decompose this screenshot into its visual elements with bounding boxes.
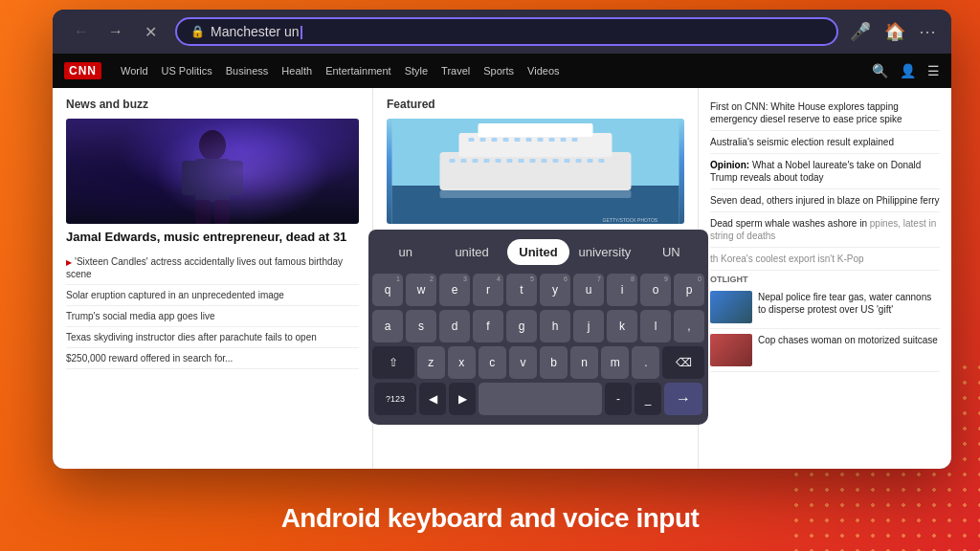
key-b[interactable]: b: [540, 346, 568, 379]
autocomplete-un[interactable]: un: [374, 239, 436, 265]
toolbar-icons: 🎤 🏠 ⋯: [850, 21, 936, 42]
nav-business[interactable]: Business: [226, 65, 269, 77]
key-comma[interactable]: ,: [674, 310, 704, 342]
sidebar-item-4[interactable]: Seven dead, others injured in blaze on P…: [710, 189, 940, 212]
key-e[interactable]: e3: [439, 274, 470, 306]
key-t[interactable]: t5: [506, 274, 537, 306]
close-button[interactable]: ✕: [137, 18, 164, 45]
nav-style[interactable]: Style: [405, 65, 428, 77]
nav-travel[interactable]: Travel: [441, 65, 470, 77]
sidebar-item-3[interactable]: Opinion: What a Nobel laureate's take on…: [710, 154, 940, 189]
news-item-1[interactable]: 'Sixteen Candles' actress accidentally l…: [66, 252, 359, 285]
autocomplete-united-lower[interactable]: united: [440, 239, 502, 265]
news-item-4[interactable]: Texas skydiving instructor dies after pa…: [66, 327, 359, 348]
key-q[interactable]: q1: [372, 274, 403, 306]
key-backspace[interactable]: ⌫: [662, 346, 704, 379]
key-k[interactable]: k: [607, 310, 637, 342]
svg-rect-14: [503, 138, 509, 142]
key-p[interactable]: p0: [674, 274, 704, 306]
sidebar-item-2[interactable]: Australia's seismic election result expl…: [710, 131, 940, 154]
nav-us-politics[interactable]: US Politics: [162, 65, 212, 77]
key-n[interactable]: n: [570, 346, 598, 379]
key-a[interactable]: a: [372, 310, 403, 342]
key-period[interactable]: .: [632, 346, 659, 379]
nav-buttons: ← → ✕: [68, 18, 164, 45]
key-c[interactable]: c: [479, 346, 506, 379]
news-item-5[interactable]: $250,000 reward offered in search for...: [66, 348, 359, 369]
svg-rect-34: [599, 159, 605, 163]
key-g[interactable]: g: [506, 310, 537, 342]
svg-rect-13: [492, 138, 498, 142]
svg-rect-30: [553, 159, 559, 163]
keyboard-row-1: q1 w2 e3 r4 t5 y6 u7 i8 o9 p0: [372, 274, 704, 306]
svg-rect-11: [469, 138, 475, 142]
address-bar[interactable]: 🔒 Manchester un: [175, 17, 838, 46]
key-x[interactable]: x: [448, 346, 476, 379]
key-o[interactable]: o9: [640, 274, 671, 306]
key-r[interactable]: r4: [473, 274, 503, 306]
key-dash[interactable]: -: [605, 383, 632, 415]
key-l[interactable]: l: [640, 310, 671, 342]
account-icon[interactable]: 👤: [900, 63, 916, 78]
key-u[interactable]: u7: [573, 274, 604, 306]
back-button[interactable]: ←: [68, 18, 95, 45]
cnn-nav-icons: 🔍 👤 ☰: [872, 63, 940, 78]
microphone-icon[interactable]: 🎤: [850, 21, 871, 42]
news-item-2[interactable]: Solar eruption captured in an unpreceden…: [66, 285, 359, 306]
key-w[interactable]: w2: [406, 274, 436, 306]
svg-rect-16: [526, 138, 532, 142]
svg-rect-29: [542, 159, 547, 163]
svg-text:GETTY/STOCK PHOTOS: GETTY/STOCK PHOTOS: [603, 217, 658, 223]
svg-rect-36: [440, 190, 632, 198]
nav-world[interactable]: World: [121, 65, 148, 77]
spotlight-label: otlight: [710, 275, 940, 284]
key-h[interactable]: h: [540, 310, 570, 342]
key-v[interactable]: v: [509, 346, 537, 379]
autocomplete-university[interactable]: university: [573, 239, 635, 265]
hamburger-icon[interactable]: ☰: [927, 63, 940, 78]
autocomplete-un-caps[interactable]: UN: [640, 239, 702, 265]
svg-rect-28: [530, 159, 536, 163]
key-right-arrow[interactable]: ▶: [449, 383, 476, 415]
home-icon[interactable]: 🏠: [884, 21, 905, 42]
svg-rect-32: [576, 159, 582, 163]
search-icon[interactable]: 🔍: [872, 63, 888, 78]
key-sym[interactable]: ?123: [374, 383, 416, 415]
cnn-nav: World US Politics Business Health Entert…: [121, 65, 853, 77]
keyboard-row-2: a s d f g h j k l ,: [372, 310, 704, 342]
key-shift[interactable]: ⇧: [372, 346, 414, 379]
nav-sports[interactable]: Sports: [483, 65, 514, 77]
news-buzz-title: News and buzz: [66, 98, 359, 111]
lock-icon: 🔒: [190, 25, 205, 38]
sidebar-item-5[interactable]: Dead sperm whale washes ashore in ppines…: [710, 212, 940, 248]
sidebar-item-6[interactable]: th Korea's coolest export isn't K-Pop: [710, 248, 940, 271]
key-j[interactable]: j: [573, 310, 604, 342]
key-i[interactable]: i8: [607, 274, 637, 306]
key-y[interactable]: y6: [540, 274, 570, 306]
nav-videos[interactable]: Videos: [527, 65, 559, 77]
key-underscore[interactable]: _: [635, 383, 661, 415]
key-s[interactable]: s: [406, 310, 436, 342]
cnn-logo[interactable]: CNN: [64, 62, 101, 79]
autocomplete-united[interactable]: United: [507, 239, 569, 265]
spotlight-thumb-1: [710, 291, 752, 323]
menu-icon[interactable]: ⋯: [919, 21, 936, 42]
spotlight-item-2[interactable]: Cop chases woman on motorized suitcase: [710, 329, 940, 372]
key-left-arrow[interactable]: ◀: [419, 383, 446, 415]
key-d[interactable]: d: [439, 310, 470, 342]
virtual-keyboard: q1 w2 e3 r4 t5 y6 u7 i8 o9 p0 a s d f g …: [368, 270, 708, 425]
nav-entertainment[interactable]: Entertainment: [325, 65, 390, 77]
key-f[interactable]: f: [473, 310, 503, 342]
key-m[interactable]: m: [601, 346, 629, 379]
key-z[interactable]: z: [417, 346, 445, 379]
key-space[interactable]: [479, 383, 602, 415]
key-enter[interactable]: →: [664, 383, 702, 415]
address-text: Manchester un: [211, 24, 823, 39]
sidebar-item-1[interactable]: First on CNN: White House explores tappi…: [710, 96, 940, 131]
nav-health[interactable]: Health: [281, 65, 312, 77]
svg-rect-15: [515, 138, 521, 142]
svg-rect-33: [588, 159, 593, 163]
spotlight-item-1[interactable]: Nepal police fire tear gas, water cannon…: [710, 286, 940, 329]
forward-button[interactable]: →: [102, 18, 129, 45]
news-item-3[interactable]: Trump's social media app goes live: [66, 306, 359, 327]
